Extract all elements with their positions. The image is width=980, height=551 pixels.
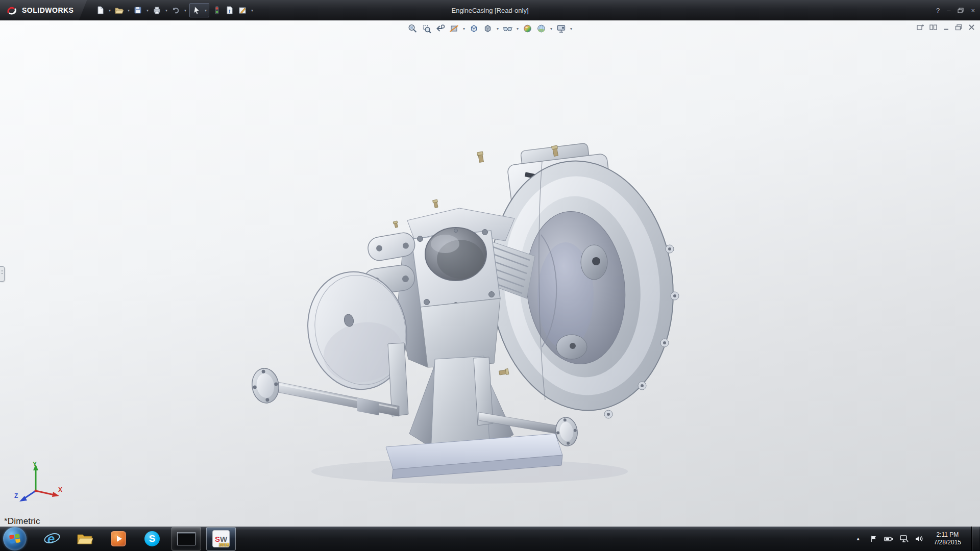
apply-scene-icon	[536, 23, 547, 34]
hide-show-items-button[interactable]	[502, 22, 514, 35]
select-dropdown[interactable]: ▾	[203, 8, 208, 13]
open-dropdown[interactable]: ▾	[126, 8, 131, 13]
titlebar: SOLIDWORKS ▾ ▾ ▾	[0, 0, 980, 20]
sketch-icon	[238, 6, 247, 15]
media-player-icon	[111, 531, 126, 546]
close-button[interactable]: ×	[971, 7, 975, 14]
previous-view-button[interactable]	[434, 22, 447, 35]
sketch-options-button[interactable]	[236, 4, 249, 17]
window-controls: ? – ×	[936, 0, 975, 20]
orientation-triad[interactable]: Y X Z	[13, 460, 62, 504]
print-dropdown[interactable]: ▾	[163, 8, 169, 13]
view-settings-dropdown[interactable]: ▾	[569, 27, 574, 31]
taskbar: e S SW 2015	[0, 527, 980, 551]
skype-icon: S	[144, 531, 160, 546]
minimize-button[interactable]: –	[947, 7, 950, 14]
show-hidden-icons-button[interactable]: ▲	[854, 534, 863, 543]
taskbar-internet-explorer[interactable]: e	[37, 528, 65, 550]
windows-logo-icon	[8, 532, 21, 545]
hide-show-items-icon	[503, 23, 513, 34]
restore-button[interactable]	[958, 8, 964, 13]
apply-scene-button[interactable]	[535, 22, 548, 35]
view-settings-icon	[556, 23, 567, 34]
close-document-icon	[968, 24, 975, 31]
screen: SOLIDWORKS ▾ ▾ ▾	[0, 0, 980, 551]
brand-name: SOLIDWORKS	[22, 6, 74, 14]
new-document-icon	[95, 6, 105, 15]
app-brand: SOLIDWORKS	[0, 0, 87, 20]
taskbar-solidworks[interactable]: SW 2015	[206, 527, 236, 550]
zoom-to-area-button[interactable]	[421, 22, 433, 35]
sketch-options-dropdown[interactable]: ▾	[249, 8, 255, 13]
triad-y-label: Y	[33, 461, 37, 468]
section-view-button[interactable]	[448, 22, 460, 35]
volume-icon[interactable]	[915, 534, 924, 543]
internet-explorer-icon: e	[47, 532, 55, 545]
save-button[interactable]	[132, 4, 144, 17]
restore-document-button[interactable]	[954, 23, 963, 31]
section-view-dropdown[interactable]: ▾	[462, 27, 467, 31]
solidworks-year-badge: 2015	[219, 542, 229, 547]
select-button[interactable]	[190, 4, 203, 17]
open-button[interactable]	[113, 4, 125, 17]
print-button[interactable]	[151, 4, 163, 17]
undo-dropdown[interactable]: ▾	[182, 8, 188, 13]
print-icon	[152, 6, 161, 15]
system-tray: ▲	[854, 527, 980, 551]
new-window-icon	[917, 24, 924, 31]
rebuild-icon	[212, 6, 222, 15]
new-window-button[interactable]	[916, 23, 925, 31]
open-folder-icon	[114, 6, 124, 15]
taskbar-windows-explorer[interactable]	[70, 528, 99, 550]
command-prompt-icon	[177, 532, 195, 545]
select-tool-group: ▾	[189, 3, 209, 17]
save-dropdown[interactable]: ▾	[144, 8, 150, 13]
network-icon[interactable]	[899, 534, 909, 543]
apply-scene-dropdown[interactable]: ▾	[549, 27, 554, 31]
rebuild-button[interactable]	[211, 4, 223, 17]
file-properties-button[interactable]	[224, 4, 236, 17]
start-button[interactable]	[3, 527, 27, 550]
solidworks-app-icon: SW 2015	[212, 530, 230, 547]
engine-casing-model	[0, 20, 980, 527]
minimize-document-button[interactable]	[941, 23, 950, 31]
display-style-dropdown[interactable]: ▾	[496, 27, 500, 31]
graphics-viewport[interactable]: ▾ ▾	[0, 20, 980, 527]
power-icon[interactable]	[884, 534, 893, 543]
file-properties-icon	[225, 6, 234, 15]
taskbar-command-prompt[interactable]	[172, 527, 201, 550]
folder-icon	[77, 532, 93, 545]
restore-document-icon	[955, 24, 963, 31]
edit-appearance-button[interactable]	[522, 22, 534, 35]
close-document-button[interactable]	[967, 23, 976, 31]
view-orientation-icon	[469, 23, 479, 34]
view-orientation-button[interactable]	[468, 22, 480, 35]
featuremanager-splitter-handle[interactable]	[0, 266, 5, 282]
undo-button[interactable]	[169, 4, 182, 17]
clock-time: 2:11 PM	[936, 531, 959, 539]
taskbar-clock[interactable]: 2:11 PM 7/28/2015	[930, 531, 965, 546]
new-document-dropdown[interactable]: ▾	[107, 8, 112, 13]
show-desktop-button[interactable]	[971, 527, 979, 551]
display-style-icon	[483, 23, 493, 34]
view-settings-button[interactable]	[555, 22, 568, 35]
action-center-flag-icon[interactable]	[869, 534, 878, 543]
undo-icon	[171, 6, 180, 15]
ie-orbit-ring	[43, 532, 61, 544]
minimize-document-icon	[942, 24, 950, 31]
taskbar-skype[interactable]: S	[138, 528, 166, 550]
tile-windows-icon	[929, 24, 937, 31]
tile-windows-button[interactable]	[928, 23, 938, 31]
taskbar-media-player[interactable]	[104, 528, 133, 550]
triad-x-label: X	[58, 486, 62, 493]
previous-view-icon	[435, 23, 446, 34]
zoom-to-fit-button[interactable]	[407, 22, 419, 35]
new-document-button[interactable]	[94, 4, 106, 17]
section-view-icon	[449, 23, 459, 34]
help-button[interactable]: ?	[936, 7, 940, 14]
zoom-to-area-icon	[422, 23, 432, 34]
display-style-button[interactable]	[482, 22, 494, 35]
hide-show-items-dropdown[interactable]: ▾	[516, 27, 520, 31]
view-orientation-label: *Dimetric	[4, 516, 40, 527]
headsup-view-toolbar: ▾ ▾	[407, 22, 574, 35]
